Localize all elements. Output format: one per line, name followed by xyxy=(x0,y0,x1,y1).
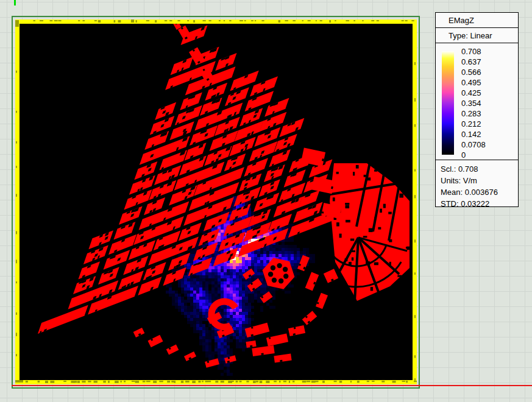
legend-colorbar-box: 0.7080.6370.5660.4950.4250.3540.2830.212… xyxy=(435,43,519,160)
legend-tick-label: 0.495 xyxy=(461,78,481,87)
legend-tick-label: 0.142 xyxy=(461,130,481,139)
legend-tick-label: 0.283 xyxy=(461,109,481,118)
legend-stats-box: Scl.: 0.708 Units: V/m Mean: 0.003676 ST… xyxy=(435,160,519,207)
legend-tick-label: 0.708 xyxy=(461,47,481,56)
stat-mean: Mean: 0.003676 xyxy=(441,186,518,198)
stat-scale: Scl.: 0.708 xyxy=(441,163,518,175)
legend-type-box: Type: Linear xyxy=(435,27,519,43)
stat-std: STD: 0.03222 xyxy=(441,198,518,210)
viewport-edge-highlight-icon xyxy=(14,0,16,5)
legend-tick-label: 0.425 xyxy=(461,88,481,97)
colorbar-tick-labels: 0.7080.6370.5660.4950.4250.3540.2830.212… xyxy=(461,51,516,155)
legend-tick-label: 0.354 xyxy=(461,99,481,108)
legend-tick-label: 0.637 xyxy=(461,57,481,66)
application-viewport: EMagZ Type: Linear 0.7080.6370.5660.4950… xyxy=(0,0,532,402)
stat-units: Units: V/m xyxy=(441,175,518,186)
legend-tick-label: 0.212 xyxy=(461,119,481,129)
legend-title: EMagZ xyxy=(449,16,474,25)
x-axis-red-line xyxy=(12,385,532,386)
colorbar-gradient xyxy=(442,51,454,155)
legend-tick-label: 0 xyxy=(461,150,466,160)
simulation-map-canvas[interactable] xyxy=(15,19,417,384)
legend-tick-label: 0.566 xyxy=(461,68,481,77)
legend-title-box: EMagZ xyxy=(435,12,519,28)
legend-tick-label: 0.0708 xyxy=(461,140,486,149)
legend-type-label: Type: Linear xyxy=(449,31,492,40)
legend-panel: EMagZ Type: Linear 0.7080.6370.5660.4950… xyxy=(435,13,519,207)
